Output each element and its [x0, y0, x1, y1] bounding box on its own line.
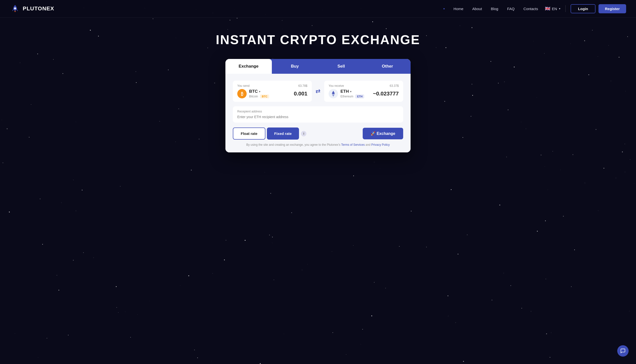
tab-sell[interactable]: Sell [318, 59, 364, 74]
send-amount[interactable]: 0.001 [294, 90, 307, 97]
login-button[interactable]: Login [571, 4, 595, 13]
send-coin-chevron: ▾ [259, 90, 261, 93]
receive-coin-badge: ETH [355, 94, 364, 98]
chevron-down-icon: ▾ [559, 7, 560, 10]
receive-coin-name-row: ETH ▾ [340, 89, 364, 94]
nav-divider [565, 5, 566, 12]
register-button[interactable]: Register [598, 4, 626, 13]
eth-icon [329, 89, 338, 98]
send-coin-full-row: Bitcoin BTC [249, 94, 269, 98]
nav-home[interactable]: Home [454, 7, 463, 11]
card-body: You send 63.78$ ₿ BTC [226, 74, 410, 152]
info-icon[interactable]: i [301, 131, 306, 136]
send-coin-row: ₿ BTC ▾ Bitcoin BTC [237, 89, 307, 98]
send-coin-full: Bitcoin [249, 95, 258, 98]
receive-box: You receive 63.37$ [324, 81, 403, 102]
fixed-rate-button[interactable]: Fixed rate [267, 128, 299, 140]
tab-other[interactable]: Other [364, 59, 411, 74]
receive-coin-full: Ethereum [340, 95, 353, 98]
receive-coin-full-row: Ethereum ETH [340, 94, 364, 98]
receive-coin-chevron: ▾ [350, 90, 352, 93]
tab-exchange[interactable]: Exchange [226, 59, 272, 74]
receive-coin-row: ETH ▾ Ethereum ETH ~0.023777 [329, 89, 399, 98]
navbar: PLUTONEX Home About Blog FAQ Contacts 🇬🇧… [0, 0, 636, 18]
terms: By using the site and creating an exchan… [233, 143, 403, 146]
chat-icon [620, 348, 626, 354]
btc-icon: ₿ [237, 89, 247, 98]
exchange-inputs: You send 63.78$ ₿ BTC [233, 81, 403, 102]
flag-icon: 🇬🇧 [545, 6, 550, 11]
float-rate-button[interactable]: Float rate [233, 128, 265, 140]
swap-icon[interactable] [312, 88, 324, 94]
brand-name: PLUTONEX [23, 6, 54, 12]
send-coin-name-row: BTC ▾ [249, 89, 269, 94]
send-coin-name: BTC [249, 89, 258, 94]
receive-label-row: You receive 63.37$ [329, 84, 399, 88]
nav-faq[interactable]: FAQ [507, 7, 515, 11]
exchange-card: Exchange Buy Sell Other You send 63.78$ [226, 59, 410, 152]
chat-bubble[interactable] [617, 345, 628, 356]
tab-buy[interactable]: Buy [272, 59, 318, 74]
send-box: You send 63.78$ ₿ BTC [233, 81, 312, 102]
send-usd: 63.78$ [298, 84, 307, 88]
nav-links: Home About Blog FAQ Contacts [444, 7, 538, 11]
exchange-button[interactable]: 🚀 Exchange [363, 128, 403, 139]
hero-title: INSTANT CRYPTO EXCHANGE [216, 32, 420, 47]
privacy-policy-link[interactable]: Privacy Policy [371, 143, 390, 146]
receive-coin-info[interactable]: ETH ▾ Ethereum ETH [329, 89, 364, 98]
receive-coin-name: ETH [340, 89, 349, 94]
terms-of-service-link[interactable]: Terms of Services [341, 143, 365, 146]
terms-text: By using the site and creating an exchan… [246, 143, 340, 146]
receive-usd: 63.37$ [390, 84, 399, 88]
main-content: INSTANT CRYPTO EXCHANGE Exchange Buy Sel… [0, 18, 636, 152]
language-selector[interactable]: 🇬🇧 EN ▾ [545, 6, 560, 11]
nav-blog[interactable]: Blog [491, 7, 498, 11]
nav-contacts[interactable]: Contacts [523, 7, 538, 11]
send-label-row: You send 63.78$ [237, 84, 307, 88]
receive-amount[interactable]: ~0.023777 [373, 90, 399, 97]
terms-and: and [365, 143, 370, 146]
send-coin-info[interactable]: ₿ BTC ▾ Bitcoin BTC [237, 89, 269, 98]
tabs: Exchange Buy Sell Other [226, 59, 410, 74]
svg-point-1 [14, 8, 16, 9]
rate-row: Float rate Fixed rate i 🚀 Exchange [233, 128, 403, 140]
nav-dot [444, 8, 445, 9]
send-coin-badge: BTC [260, 94, 269, 98]
nav-about[interactable]: About [472, 7, 482, 11]
receive-label: You receive [329, 84, 344, 88]
language-label: EN [552, 7, 557, 11]
logo[interactable]: PLUTONEX [10, 4, 54, 14]
recipient-box: Recepient address [233, 106, 403, 122]
logo-icon [10, 4, 20, 14]
recipient-input[interactable] [237, 115, 399, 119]
svg-text:₿: ₿ [241, 92, 243, 96]
send-label: You send [237, 84, 250, 88]
recipient-label: Recepient address [237, 110, 399, 113]
